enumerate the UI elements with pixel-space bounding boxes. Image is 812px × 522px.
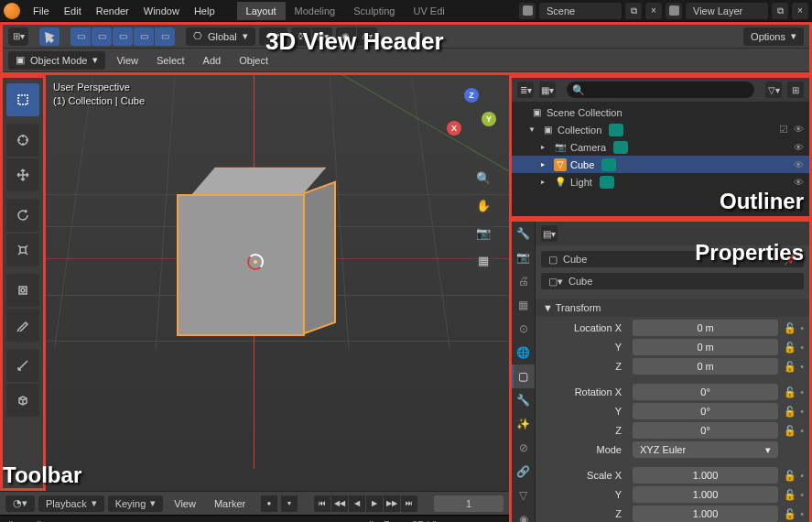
lock-icon[interactable]: 🔓 bbox=[784, 489, 796, 501]
pin-icon[interactable]: 📌 bbox=[784, 254, 796, 266]
rot-x-field[interactable]: 0° bbox=[633, 384, 778, 400]
snap-type-icon[interactable]: ▦▾ bbox=[312, 27, 332, 46]
add-menu[interactable]: Add bbox=[196, 52, 229, 69]
workspace-sculpting[interactable]: Sculpting bbox=[344, 2, 404, 20]
editor-type-icon[interactable]: ⊞▾ bbox=[8, 27, 28, 46]
rot-z-field[interactable]: 0° bbox=[633, 422, 778, 439]
viewlayer-browse-icon[interactable] bbox=[666, 3, 682, 19]
tool-scale[interactable] bbox=[6, 234, 39, 266]
select-intersect-icon[interactable]: ▭ bbox=[155, 27, 175, 46]
3d-viewport[interactable]: User Perspective (1) Collection | Cube Z… bbox=[0, 75, 509, 491]
lock-icon[interactable]: 🔓 bbox=[784, 361, 796, 373]
disclosure-icon[interactable]: ▸ bbox=[541, 143, 550, 151]
breadcrumb[interactable]: ▢ Cube📌 bbox=[541, 251, 804, 267]
tab-world-icon[interactable]: 🌐 bbox=[512, 341, 535, 364]
pivot-dropdown[interactable]: ⊙▾ bbox=[259, 27, 287, 46]
gizmo-z-icon[interactable]: Z bbox=[464, 88, 479, 103]
tree-item-cube[interactable]: ▸ ▽ Cube 👁 bbox=[512, 156, 809, 173]
outliner-display-icon[interactable]: ▦▾ bbox=[539, 82, 556, 98]
workspace-modeling[interactable]: Modeling bbox=[286, 2, 345, 20]
menu-render[interactable]: Render bbox=[89, 3, 136, 19]
propedit-toggle-icon[interactable]: ◉ bbox=[336, 27, 356, 46]
keying-menu[interactable]: Keying▾ bbox=[108, 495, 164, 512]
scale-x-field[interactable]: 1.000 bbox=[633, 467, 778, 484]
select-menu[interactable]: Select bbox=[149, 52, 192, 69]
loc-x-field[interactable]: 0 m bbox=[633, 320, 778, 336]
default-cube[interactable] bbox=[179, 158, 332, 336]
select-invert-icon[interactable]: ▭ bbox=[134, 27, 154, 46]
mode-dropdown[interactable]: ▣ Object Mode ▾ bbox=[8, 51, 105, 70]
timeline-view-menu[interactable]: View bbox=[167, 495, 203, 512]
transform-panel-header[interactable]: ▼ Transform bbox=[536, 299, 809, 317]
loc-z-field[interactable]: 0 m bbox=[633, 358, 778, 375]
new-collection-icon[interactable]: ⊞ bbox=[787, 82, 804, 98]
tool-measure[interactable] bbox=[6, 349, 39, 382]
gizmo-y-icon[interactable]: Y bbox=[482, 112, 496, 126]
tab-material-icon[interactable]: ◉ bbox=[512, 507, 535, 522]
timeline-marker-menu[interactable]: Marker bbox=[207, 495, 253, 512]
lock-icon[interactable]: 🔓 bbox=[784, 508, 796, 520]
eye-icon[interactable]: 👁 bbox=[794, 124, 804, 136]
current-frame-field[interactable]: 1 bbox=[434, 495, 503, 512]
select-subtract-icon[interactable]: ▭ bbox=[113, 27, 133, 46]
tool-annotate[interactable] bbox=[6, 309, 39, 342]
tab-physics-icon[interactable]: ⊘ bbox=[512, 436, 535, 460]
viewlayer-copy-icon[interactable]: ⧉ bbox=[772, 3, 788, 19]
anim-dot-icon[interactable]: • bbox=[800, 322, 804, 334]
tab-data-icon[interactable]: ▽ bbox=[512, 484, 535, 507]
props-editor-icon[interactable]: ▤▾ bbox=[541, 225, 558, 242]
tree-item-camera[interactable]: ▸ 📷 Camera 👁 bbox=[512, 138, 809, 156]
eye-icon[interactable]: 👁 bbox=[794, 177, 804, 188]
tree-collection[interactable]: ▼ ▣ Collection ☑👁 bbox=[512, 121, 809, 138]
anim-dot-icon[interactable]: • bbox=[800, 342, 804, 353]
propedit-falloff-icon[interactable]: ∩▾ bbox=[357, 27, 377, 46]
play-icon[interactable]: ▶ bbox=[366, 495, 383, 512]
loc-y-field[interactable]: 0 m bbox=[633, 339, 778, 355]
next-key-icon[interactable]: ▶▶ bbox=[384, 495, 400, 512]
tool-add-cube[interactable] bbox=[6, 384, 39, 417]
scene-browse-icon[interactable] bbox=[519, 3, 536, 19]
outliner-editor-icon[interactable]: ≣▾ bbox=[517, 82, 534, 98]
jump-start-icon[interactable]: ⏮ bbox=[314, 495, 330, 512]
camera-view-icon[interactable]: 📷 bbox=[472, 222, 494, 244]
rot-y-field[interactable]: 0° bbox=[633, 403, 778, 419]
anim-dot-icon[interactable]: • bbox=[800, 508, 804, 520]
lock-icon[interactable]: 🔓 bbox=[784, 386, 796, 398]
anim-dot-icon[interactable]: • bbox=[800, 361, 804, 373]
tool-rotate[interactable] bbox=[6, 199, 39, 232]
eye-icon[interactable]: 👁 bbox=[794, 159, 804, 170]
nav-gizmo[interactable]: Z Y X bbox=[447, 88, 496, 137]
playback-menu[interactable]: Playback▾ bbox=[38, 495, 104, 512]
tool-select-box[interactable] bbox=[6, 83, 39, 116]
jump-end-icon[interactable]: ⏭ bbox=[401, 495, 417, 512]
ortho-toggle-icon[interactable]: ▦ bbox=[472, 249, 494, 271]
workspace-uv[interactable]: UV Edi bbox=[404, 2, 453, 20]
tab-viewlayer-icon[interactable]: ▦ bbox=[512, 293, 535, 317]
zoom-icon[interactable]: 🔍 bbox=[472, 167, 494, 189]
viewlayer-delete-icon[interactable]: × bbox=[792, 3, 808, 19]
select-set-icon[interactable]: ▭ bbox=[70, 27, 91, 46]
tree-scene-collection[interactable]: ▣ Scene Collection bbox=[512, 103, 809, 121]
view-menu[interactable]: View bbox=[109, 52, 146, 69]
scale-y-field[interactable]: 1.000 bbox=[633, 486, 778, 503]
filter-icon[interactable]: ▽▾ bbox=[765, 82, 782, 98]
disclosure-icon[interactable]: ▸ bbox=[541, 160, 550, 169]
rot-mode-dropdown[interactable]: XYZ Euler▾ bbox=[633, 441, 778, 458]
exclude-icon[interactable]: ☑ bbox=[779, 124, 788, 136]
scene-delete-icon[interactable]: × bbox=[645, 3, 662, 19]
menu-file[interactable]: File bbox=[26, 3, 57, 19]
pan-icon[interactable]: ✋ bbox=[472, 194, 494, 216]
anim-dot-icon[interactable]: • bbox=[800, 470, 804, 482]
lock-icon[interactable]: 🔓 bbox=[784, 342, 796, 353]
prev-key-icon[interactable]: ◀◀ bbox=[331, 495, 348, 512]
tab-modifiers-icon[interactable]: 🔧 bbox=[512, 388, 535, 412]
autokey-drop-icon[interactable]: ▾ bbox=[281, 495, 298, 512]
scale-z-field[interactable]: 1.000 bbox=[633, 506, 778, 522]
anim-dot-icon[interactable]: • bbox=[800, 489, 804, 501]
lock-icon[interactable]: 🔓 bbox=[784, 425, 796, 437]
data-name-field[interactable]: ▢▾ Cube bbox=[541, 273, 804, 289]
gizmo-x-icon[interactable]: X bbox=[447, 121, 461, 136]
lock-icon[interactable]: 🔓 bbox=[784, 406, 796, 418]
options-dropdown[interactable]: Options ▾ bbox=[743, 27, 804, 46]
anim-dot-icon[interactable]: • bbox=[800, 425, 804, 437]
